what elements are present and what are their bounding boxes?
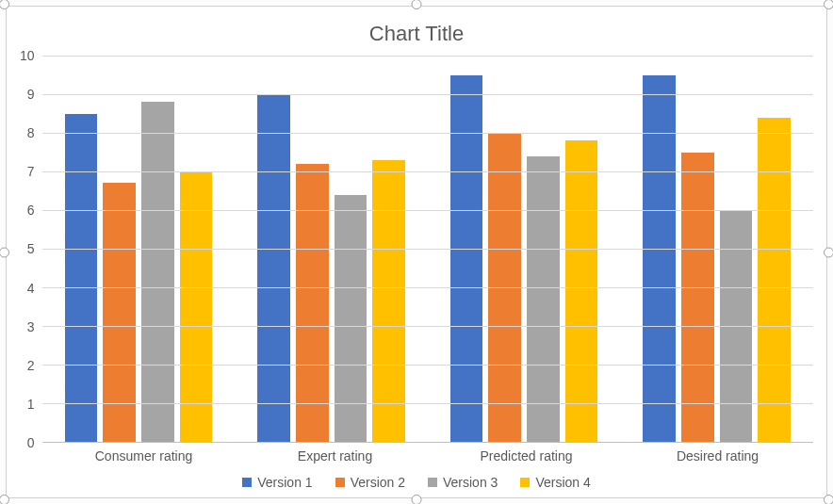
grid-line	[42, 249, 813, 250]
bar[interactable]	[372, 160, 405, 442]
grid-line	[42, 210, 813, 211]
bar[interactable]	[296, 164, 329, 442]
resize-handle-bottom-center[interactable]	[412, 495, 422, 504]
y-axis: 109876543210	[20, 56, 42, 443]
bar[interactable]	[65, 114, 98, 443]
bar[interactable]	[527, 156, 560, 442]
resize-handle-bottom-right[interactable]	[824, 495, 833, 504]
grid-line	[42, 133, 813, 134]
legend-item[interactable]: Version 2	[335, 475, 405, 490]
bar[interactable]	[180, 171, 213, 442]
legend-label: Version 1	[257, 475, 312, 490]
plot-row: 109876543210	[20, 56, 813, 443]
x-tick-label: Predicted rating	[431, 448, 622, 463]
bar[interactable]	[565, 140, 598, 442]
legend-item[interactable]: Version 1	[242, 475, 312, 490]
legend-label: Version 3	[443, 475, 498, 490]
resize-handle-top-right[interactable]	[824, 0, 833, 9]
legend[interactable]: Version 1Version 2Version 3Version 4	[20, 475, 813, 490]
legend-swatch	[428, 478, 437, 487]
legend-label: Version 2	[351, 475, 405, 490]
chart-selection-container[interactable]: Chart Title 109876543210 Consumer rating…	[0, 0, 833, 504]
x-tick-label: Desired rating	[622, 448, 813, 463]
legend-swatch	[520, 478, 530, 487]
grid-line	[42, 171, 813, 172]
x-tick-label: Consumer rating	[48, 448, 239, 463]
legend-item[interactable]: Version 4	[520, 475, 590, 490]
grid-line	[42, 365, 813, 366]
grid-line	[42, 287, 813, 288]
grid-line	[42, 326, 813, 327]
legend-swatch	[335, 478, 345, 487]
bar[interactable]	[450, 75, 483, 443]
grid-line	[42, 403, 813, 404]
resize-handle-bottom-left[interactable]	[0, 495, 9, 504]
grid-line	[42, 94, 813, 95]
x-axis: Consumer ratingExpert ratingPredicted ra…	[48, 448, 813, 463]
plot-area[interactable]	[42, 56, 813, 443]
legend-swatch	[242, 478, 252, 487]
bar[interactable]	[141, 102, 174, 442]
x-tick-label: Expert rating	[239, 448, 431, 463]
chart-area[interactable]: Chart Title 109876543210 Consumer rating…	[6, 6, 827, 498]
bar[interactable]	[758, 118, 791, 442]
bar[interactable]	[257, 94, 290, 442]
bar[interactable]	[643, 75, 676, 443]
bar[interactable]	[335, 195, 368, 442]
legend-item[interactable]: Version 3	[428, 475, 498, 490]
legend-label: Version 4	[535, 475, 590, 490]
chart-title[interactable]: Chart Title	[20, 22, 813, 46]
resize-handle-middle-right[interactable]	[824, 247, 833, 257]
bar[interactable]	[681, 153, 714, 443]
grid-line	[42, 56, 813, 57]
